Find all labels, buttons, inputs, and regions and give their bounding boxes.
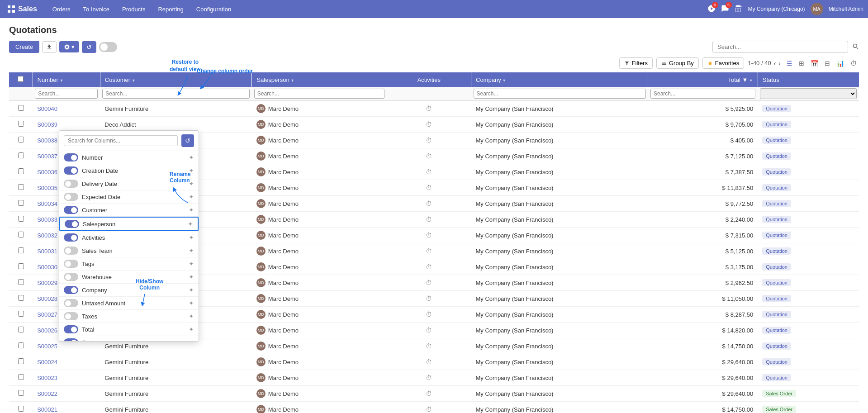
row-checkbox-cell[interactable] [9, 212, 33, 228]
row-checkbox-cell[interactable] [9, 275, 33, 291]
row-checkbox[interactable] [18, 152, 24, 158]
cc-toggle-12[interactable] [64, 312, 78, 320]
row-activities[interactable]: ⏱ [387, 307, 471, 323]
activity-icon[interactable]: ⏱ [426, 311, 432, 318]
row-activities[interactable]: ⏱ [387, 243, 471, 259]
activity-icon[interactable]: ⏱ [426, 390, 432, 397]
cc-drag-handle-10[interactable]: ✦ [189, 286, 194, 294]
nav-configuration[interactable]: Configuration [190, 0, 237, 18]
favorites-button[interactable]: Favorites [702, 57, 744, 69]
sr-status-col[interactable]: Quotation Sales Order [758, 87, 859, 101]
activity-icon[interactable]: ⏱ [426, 279, 432, 286]
kanban-view-button[interactable]: ⊞ [797, 58, 806, 68]
row-checkbox-cell[interactable] [9, 307, 33, 323]
sr-company-col[interactable] [471, 87, 648, 101]
cc-toggle-10[interactable] [64, 286, 78, 294]
activity-icon[interactable]: ⏱ [426, 263, 432, 271]
create-button[interactable]: Create [9, 41, 39, 53]
activity-icon[interactable]: ⏱ [426, 152, 432, 160]
cc-toggle-3[interactable] [64, 193, 78, 201]
sr-customer-col[interactable] [100, 87, 252, 101]
row-checkbox[interactable] [18, 200, 24, 206]
th-total[interactable]: Total ▼ [648, 72, 758, 87]
search-company-input[interactable] [474, 89, 646, 99]
activity-view-button[interactable]: ⏱ [848, 58, 859, 68]
activity-icon[interactable]: ⏱ [426, 374, 432, 381]
row-checkbox-cell[interactable] [9, 180, 33, 196]
user-avatar[interactable]: MA [811, 3, 823, 15]
next-page-button[interactable]: › [778, 60, 781, 67]
row-checkbox-cell[interactable] [9, 338, 33, 354]
cc-toggle-14[interactable] [64, 338, 78, 341]
search-number-input[interactable] [35, 89, 98, 99]
activity-icon[interactable]: ⏱ [426, 342, 432, 350]
select-all-checkbox[interactable] [18, 76, 24, 82]
cc-toggle-6[interactable] [64, 233, 78, 242]
row-checkbox[interactable] [18, 137, 24, 142]
th-salesperson[interactable]: Salesperson [252, 72, 387, 87]
main-search-input[interactable] [712, 41, 848, 53]
row-checkbox-cell[interactable] [9, 133, 33, 148]
cc-toggle-11[interactable] [64, 299, 78, 307]
row-checkbox[interactable] [18, 390, 24, 396]
row-checkbox[interactable] [18, 168, 24, 174]
th-customer[interactable]: Customer [100, 72, 252, 87]
nav-reporting[interactable]: Reporting [152, 0, 190, 18]
row-activities[interactable]: ⏱ [387, 323, 471, 338]
row-checkbox-cell[interactable] [9, 148, 33, 164]
row-number[interactable]: S00040 [33, 101, 100, 117]
toggle-switch[interactable] [99, 42, 117, 52]
grid-menu-icon[interactable] [5, 5, 18, 13]
cc-toggle-9[interactable] [64, 273, 78, 281]
groupby-button[interactable]: Group By [656, 57, 699, 69]
row-activities[interactable]: ⏱ [387, 196, 471, 212]
cc-drag-handle-3[interactable]: ✦ [189, 193, 194, 200]
activity-icon[interactable]: ⏱ [426, 184, 432, 191]
settings-button[interactable]: ▾ [59, 41, 79, 52]
row-activities[interactable]: ⏱ [387, 370, 471, 386]
row-checkbox-cell[interactable] [9, 291, 33, 307]
refresh-button[interactable]: ↺ [82, 41, 96, 53]
cc-drag-handle-7[interactable]: ✦ [189, 247, 194, 254]
calendar-view-button[interactable]: 📅 [808, 58, 821, 68]
row-checkbox-cell[interactable] [9, 370, 33, 386]
cc-toggle-8[interactable] [64, 260, 78, 268]
cc-drag-handle-14[interactable]: ✦ [189, 339, 194, 341]
gift-icon[interactable] [735, 5, 743, 14]
row-checkbox[interactable] [18, 121, 24, 127]
cc-reset-button[interactable]: ↺ [181, 134, 194, 147]
row-activities[interactable]: ⏱ [387, 117, 471, 133]
row-checkbox[interactable] [18, 374, 24, 380]
row-checkbox-cell[interactable] [9, 259, 33, 275]
cc-toggle-7[interactable] [64, 247, 78, 255]
row-checkbox-cell[interactable] [9, 402, 33, 413]
cc-drag-handle-12[interactable]: ✦ [189, 313, 194, 320]
activity-icon[interactable]: ⏱ [426, 105, 432, 112]
row-activities[interactable]: ⏱ [387, 402, 471, 413]
row-checkbox-cell[interactable] [9, 164, 33, 180]
chat-icon[interactable]: 5 [721, 5, 729, 14]
cc-toggle-5[interactable] [65, 220, 79, 228]
cc-drag-handle-11[interactable]: ✦ [189, 299, 194, 307]
activity-icon[interactable]: ⏱ [426, 200, 432, 207]
th-checkbox[interactable] [9, 72, 33, 87]
row-checkbox-cell[interactable] [9, 117, 33, 133]
row-activities[interactable]: ⏱ [387, 354, 471, 370]
nav-to-invoice[interactable]: To Invoice [77, 0, 116, 18]
cc-drag-handle-1[interactable]: ✦ [189, 167, 194, 174]
row-checkbox[interactable] [18, 184, 24, 190]
row-activities[interactable]: ⏱ [387, 133, 471, 148]
cc-toggle-1[interactable] [64, 166, 78, 175]
cc-drag-handle-9[interactable]: ✦ [189, 273, 194, 280]
download-button[interactable] [42, 41, 57, 53]
cc-drag-handle-4[interactable]: ✦ [189, 206, 194, 214]
cc-search-input[interactable] [64, 135, 178, 146]
pivot-view-button[interactable]: ⊟ [822, 58, 832, 68]
cc-drag-handle-0[interactable]: ✦ [189, 154, 194, 161]
row-checkbox[interactable] [18, 263, 24, 269]
row-activities[interactable]: ⏱ [387, 101, 471, 117]
row-activities[interactable]: ⏱ [387, 259, 471, 275]
row-checkbox[interactable] [18, 295, 24, 301]
prev-page-button[interactable]: ‹ [774, 60, 776, 67]
row-number[interactable]: S00022 [33, 386, 100, 402]
